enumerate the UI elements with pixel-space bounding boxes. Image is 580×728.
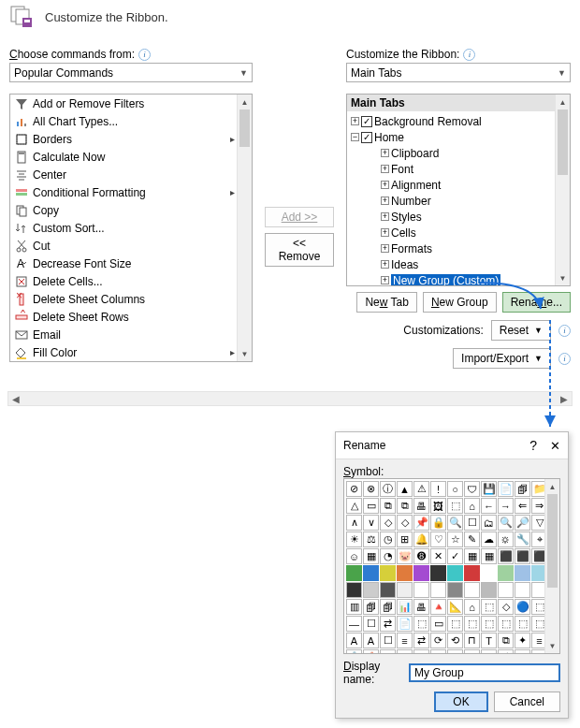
symbol-cell[interactable]: 🗐 [515,481,530,497]
rename-button[interactable]: Rename... [502,292,571,313]
symbol-cell[interactable]: ⌂ [464,498,480,514]
info-icon[interactable]: i [558,325,571,337]
symbol-cell[interactable]: ⇐ [515,498,530,514]
reset-dropdown[interactable]: Reset▼ [491,320,551,341]
symbol-color-cell[interactable] [380,565,396,581]
list-item[interactable]: ×Delete Sheet Columns [10,290,237,308]
symbol-cell[interactable]: 🔒 [430,515,446,531]
list-item[interactable]: All Chart Types... [10,112,237,130]
symbol-cell[interactable] [481,582,497,598]
symbol-color-cell[interactable] [346,565,362,581]
info-icon[interactable]: i [558,353,571,365]
symbol-color-cell[interactable] [413,565,429,581]
symbol-cell[interactable]: T [481,633,497,648]
symbol-cell[interactable] [430,582,446,598]
symbol-cell[interactable]: ⇄ [380,616,396,632]
symbol-cell[interactable]: ⚖ [363,531,379,547]
symbol-cell[interactable]: ▥ [346,599,362,615]
tree-row[interactable]: −✓Home [351,129,566,145]
tree-row[interactable]: +Clipboard [351,145,566,161]
symbol-cell[interactable]: ⬚ [515,616,530,632]
list-item[interactable]: Calculate Now [10,148,237,166]
symbol-cell[interactable]: — [346,616,362,632]
symbol-cell[interactable]: ⚠ [413,481,429,497]
symbol-cell[interactable]: ☺ [346,548,362,564]
commands-listbox[interactable]: Add or Remove FiltersAll Chart Types...B… [9,94,253,362]
symbol-cell[interactable]: ✕ [481,649,497,654]
tree-row[interactable]: +Cells [351,225,566,240]
list-item[interactable]: Add or Remove Filters [10,95,237,112]
symbol-cell[interactable]: ⬛ [515,548,530,564]
symbol-cell[interactable] [397,582,413,598]
symbol-cell[interactable]: ⛭ [498,531,514,547]
symbol-cell[interactable]: → [498,498,514,514]
list-item[interactable]: Conditional Formatting▸ [10,183,237,201]
symbol-cell[interactable]: ⓘ [380,481,396,497]
display-name-input[interactable] [409,663,560,682]
list-item[interactable]: Email [10,326,237,343]
symbol-cell[interactable]: 🦋 [498,649,514,654]
scroll-thumb[interactable] [239,109,250,147]
symbol-cell[interactable]: ⬚ [481,599,497,615]
symbol-cell[interactable]: ♡ [430,531,446,547]
symbol-cell[interactable]: ∨ [363,515,379,531]
symbol-cell[interactable]: ⬛ [498,548,514,564]
symbol-color-cell[interactable] [464,565,480,581]
symbol-cell[interactable]: 📌 [413,515,429,531]
ribbon-scope-dropdown[interactable]: Main Tabs ▼ [346,63,571,82]
symbol-cell[interactable]: ⟳ [430,633,446,648]
symbol-cell[interactable]: ⧉ [397,498,413,514]
symbol-cell[interactable]: ✕ [464,649,480,654]
symbol-cell[interactable]: 🔍 [447,515,463,531]
symbol-cell[interactable]: 🖶 [413,599,429,615]
symbol-cell[interactable]: ⚓ [346,649,362,654]
symbol-cell[interactable]: ✦ [515,633,530,648]
list-item[interactable]: Custom Sort... [10,219,237,237]
symbol-cell[interactable]: ▭ [363,498,379,514]
symbol-cell[interactable]: ▦ [481,548,497,564]
symbol-cell[interactable]: A [346,633,362,648]
remove-button[interactable]: << Remove [265,233,334,267]
ok-button[interactable]: OK [434,692,487,712]
list-item[interactable]: Copy [10,201,237,219]
symbol-cell[interactable]: ♠ [515,649,530,654]
symbol-cell[interactable]: ◇ [380,515,396,531]
symbol-cell[interactable]: 🗐 [363,599,379,615]
symbol-cell[interactable]: ☐ [380,633,396,648]
symbol-cell[interactable]: 🔵 [515,599,530,615]
scroll-down-icon[interactable]: ▼ [556,270,570,285]
symbol-cell[interactable]: 📄 [498,481,514,497]
list-item[interactable]: Borders▸ [10,130,237,148]
symbol-color-cell[interactable] [515,565,530,581]
new-group-button[interactable]: New Group [423,292,497,313]
symbol-color-cell[interactable] [481,565,497,581]
list-item[interactable]: Cut [10,237,237,255]
list-item[interactable]: Fill Color▸ [10,343,237,361]
symbol-cell[interactable] [464,582,480,598]
symbol-cell[interactable]: ⧉ [380,498,396,514]
symbol-cell[interactable]: ∧ [346,515,362,531]
symbol-picker[interactable]: ⊘⊗ⓘ▲⚠!○🛡💾📄🗐📁△▭⧉⧉🖶🖼⬚⌂←→⇐⇒∧∨◇◇📌🔒🔍☐🗂🔍🔎▽☀⚖◷⊞… [343,478,560,654]
symbol-cell[interactable]: ⬚ [481,616,497,632]
symbol-cell[interactable]: ✕ [430,548,446,564]
symbol-cell[interactable]: 🗂 [481,515,497,531]
info-icon[interactable]: i [463,49,475,61]
symbol-cell[interactable]: 🔍 [498,515,514,531]
symbol-cell[interactable]: ⬚ [413,616,429,632]
symbol-cell[interactable]: ◇ [380,649,396,654]
symbol-cell[interactable] [447,582,463,598]
symbol-cell[interactable]: 🗐 [380,599,396,615]
scroll-down-icon[interactable]: ▼ [238,346,252,361]
symbol-cell[interactable]: 🐷 [397,548,413,564]
symbol-cell[interactable]: 📄 [397,616,413,632]
symbol-cell[interactable]: ☆ [447,531,463,547]
horizontal-scrollbar[interactable]: ◀▶ [7,391,573,406]
symbol-cell[interactable]: ☐ [363,616,379,632]
symbol-cell[interactable]: ▷ [430,649,446,654]
info-icon[interactable]: i [138,49,151,61]
tree-row[interactable]: +Formats [351,240,566,256]
symbol-cell[interactable] [380,582,396,598]
tree-row[interactable]: +Number [351,193,566,209]
symbol-cell[interactable]: ▭ [430,616,446,632]
symbol-cell[interactable]: ☐ [464,515,480,531]
